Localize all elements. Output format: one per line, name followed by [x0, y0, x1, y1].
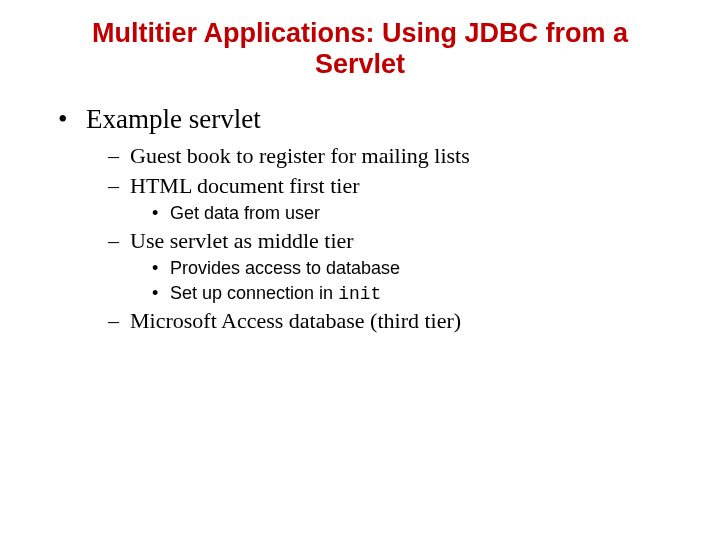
bullet-l2: Guest book to register for mailing lists	[108, 143, 696, 169]
bullet-l1: Example servlet Guest book to register f…	[58, 104, 696, 334]
bullet-l3: Set up connection in init	[152, 283, 696, 304]
bullet-l2-text: Use servlet as middle tier	[130, 228, 354, 253]
bullet-l3-text: Set up connection in	[170, 283, 338, 303]
bullet-l2: Microsoft Access database (third tier)	[108, 308, 696, 334]
bullet-l3-text: Provides access to database	[170, 258, 400, 278]
bullet-l3: Provides access to database	[152, 258, 696, 279]
bullet-l1-text: Example servlet	[86, 104, 261, 134]
bullet-list: Example servlet Guest book to register f…	[58, 104, 696, 334]
bullet-l2-text: Microsoft Access database (third tier)	[130, 308, 461, 333]
bullet-l2-text: HTML document first tier	[130, 173, 360, 198]
bullet-l2: Use servlet as middle tier Provides acce…	[108, 228, 696, 304]
bullet-l2-list: Guest book to register for mailing lists…	[108, 143, 696, 334]
bullet-l3-list: Provides access to database Set up conne…	[152, 258, 696, 304]
bullet-l2: HTML document first tier Get data from u…	[108, 173, 696, 224]
slide: Multitier Applications: Using JDBC from …	[0, 0, 720, 540]
bullet-l3-text: Get data from user	[170, 203, 320, 223]
bullet-l2-text: Guest book to register for mailing lists	[130, 143, 470, 168]
bullet-l3: Get data from user	[152, 203, 696, 224]
bullet-l3-list: Get data from user	[152, 203, 696, 224]
code-text: init	[338, 284, 381, 304]
slide-title: Multitier Applications: Using JDBC from …	[64, 18, 656, 80]
